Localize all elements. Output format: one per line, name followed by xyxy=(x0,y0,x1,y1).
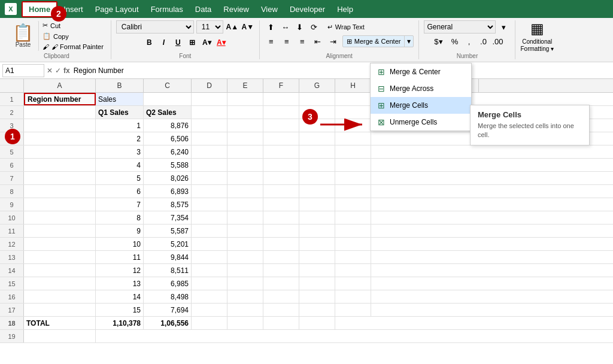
cell-d2[interactable] xyxy=(192,106,227,119)
cell-b7[interactable]: 5 xyxy=(96,172,144,184)
cell-b15[interactable]: 13 xyxy=(96,277,144,290)
number-format-expand[interactable]: ▾ xyxy=(497,20,510,34)
cell-h14[interactable] xyxy=(335,264,371,277)
cell-a9[interactable] xyxy=(24,198,96,211)
cell-c7[interactable]: 8,026 xyxy=(144,172,192,184)
cell-d4[interactable] xyxy=(192,132,227,145)
decrease-decimal-button[interactable]: .0 xyxy=(477,35,490,48)
conditional-formatting-icon[interactable]: ▦ xyxy=(530,20,544,37)
cell-e16[interactable] xyxy=(227,290,263,303)
cell-f12[interactable] xyxy=(263,238,299,250)
format-painter-button[interactable]: 🖌 🖌 Format Painter xyxy=(40,42,106,51)
cell-c2[interactable]: Q2 Sales xyxy=(144,106,192,119)
cell-g14[interactable] xyxy=(299,264,335,277)
cell-c13[interactable]: 9,844 xyxy=(144,251,192,263)
cell-h13[interactable] xyxy=(335,251,371,263)
cell-e9[interactable] xyxy=(227,198,263,211)
menu-page-layout[interactable]: Page Layout xyxy=(89,2,145,16)
align-center-button[interactable]: ≡ xyxy=(280,35,293,48)
cell-e11[interactable] xyxy=(227,225,263,237)
cell-b2[interactable]: Q1 Sales xyxy=(96,106,144,119)
cell-g12[interactable] xyxy=(299,238,335,250)
cell-c5[interactable]: 6,240 xyxy=(144,145,192,158)
cell-b18[interactable]: 1,10,378 xyxy=(96,317,144,329)
cell-h8[interactable] xyxy=(335,185,371,198)
cell-b17[interactable]: 15 xyxy=(96,304,144,316)
cell-g6[interactable] xyxy=(299,159,335,171)
cell-a1[interactable]: Region Number xyxy=(24,93,96,105)
cell-e2[interactable] xyxy=(227,106,263,119)
merge-center-item[interactable]: ⊞ Merge & Center xyxy=(371,63,471,80)
font-shrink-button[interactable]: A▼ xyxy=(241,20,254,34)
comma-button[interactable]: , xyxy=(462,35,475,48)
cut-button[interactable]: ✂ Cut xyxy=(40,20,106,31)
cell-g11[interactable] xyxy=(299,225,335,237)
cell-a5[interactable] xyxy=(24,145,96,158)
cell-f16[interactable] xyxy=(263,290,299,303)
cell-d10[interactable] xyxy=(192,211,227,224)
cell-h11[interactable] xyxy=(335,225,371,237)
menu-data[interactable]: Data xyxy=(189,2,217,16)
cell-reference-input[interactable] xyxy=(2,64,44,77)
unmerge-cells-item[interactable]: ⊠ Unmerge Cells xyxy=(371,114,471,131)
cell-e1[interactable] xyxy=(227,93,263,105)
cell-f3[interactable] xyxy=(263,119,299,132)
cell-h10[interactable] xyxy=(335,211,371,224)
cell-c10[interactable]: 7,354 xyxy=(144,211,192,224)
cell-c17[interactable]: 7,694 xyxy=(144,304,192,316)
cell-h6[interactable] xyxy=(335,159,371,171)
cell-e14[interactable] xyxy=(227,264,263,277)
wrap-text-button[interactable]: ↵ Wrap Text xyxy=(322,20,370,34)
cell-g7[interactable] xyxy=(299,172,335,184)
increase-decimal-button[interactable]: .00 xyxy=(491,35,504,48)
cell-b6[interactable]: 4 xyxy=(96,159,144,171)
cell-f13[interactable] xyxy=(263,251,299,263)
cell-a17[interactable] xyxy=(24,304,96,316)
align-left-button[interactable]: ≡ xyxy=(265,35,278,48)
cell-g17[interactable] xyxy=(299,304,335,316)
borders-button[interactable]: ⊞ xyxy=(186,36,199,49)
cell-a15[interactable] xyxy=(24,277,96,290)
cell-a7[interactable] xyxy=(24,172,96,184)
currency-button[interactable]: $▾ xyxy=(430,35,447,48)
cell-b13[interactable]: 11 xyxy=(96,251,144,263)
cell-h5[interactable] xyxy=(335,145,371,158)
align-bottom-button[interactable]: ⬇ xyxy=(293,20,306,34)
cell-g10[interactable] xyxy=(299,211,335,224)
cell-e3[interactable] xyxy=(227,119,263,132)
cell-a14[interactable] xyxy=(24,264,96,277)
align-middle-button[interactable]: ↔ xyxy=(279,20,292,34)
increase-indent-button[interactable]: ⇥ xyxy=(327,35,340,48)
cell-b14[interactable]: 12 xyxy=(96,264,144,277)
cell-f2[interactable] xyxy=(263,106,299,119)
cell-a6[interactable] xyxy=(24,159,96,171)
cell-d18[interactable] xyxy=(192,317,227,329)
font-size-select[interactable]: 11 xyxy=(196,20,223,34)
cell-f17[interactable] xyxy=(263,304,299,316)
cell-h9[interactable] xyxy=(335,198,371,211)
cell-e13[interactable] xyxy=(227,251,263,263)
cell-c4[interactable]: 6,506 xyxy=(144,132,192,145)
cell-e7[interactable] xyxy=(227,172,263,184)
cell-d13[interactable] xyxy=(192,251,227,263)
cell-c18[interactable]: 1,06,556 xyxy=(144,317,192,329)
cell-f7[interactable] xyxy=(263,172,299,184)
cell-e17[interactable] xyxy=(227,304,263,316)
font-color-button[interactable]: A▾ xyxy=(214,36,227,49)
cell-e12[interactable] xyxy=(227,238,263,250)
cell-a4[interactable] xyxy=(24,132,96,145)
cell-c1[interactable] xyxy=(144,93,192,105)
underline-button[interactable]: U xyxy=(171,36,184,49)
bold-button[interactable]: B xyxy=(142,36,156,49)
italic-button[interactable]: I xyxy=(157,36,170,49)
cell-d5[interactable] xyxy=(192,145,227,158)
cell-d17[interactable] xyxy=(192,304,227,316)
cell-g13[interactable] xyxy=(299,251,335,263)
cell-f15[interactable] xyxy=(263,277,299,290)
cell-b3[interactable]: 1 xyxy=(96,119,144,132)
cell-b8[interactable]: 6 xyxy=(96,185,144,198)
cell-c3[interactable]: 8,876 xyxy=(144,119,192,132)
cell-b10[interactable]: 8 xyxy=(96,211,144,224)
cell-d14[interactable] xyxy=(192,264,227,277)
cell-a8[interactable] xyxy=(24,185,96,198)
